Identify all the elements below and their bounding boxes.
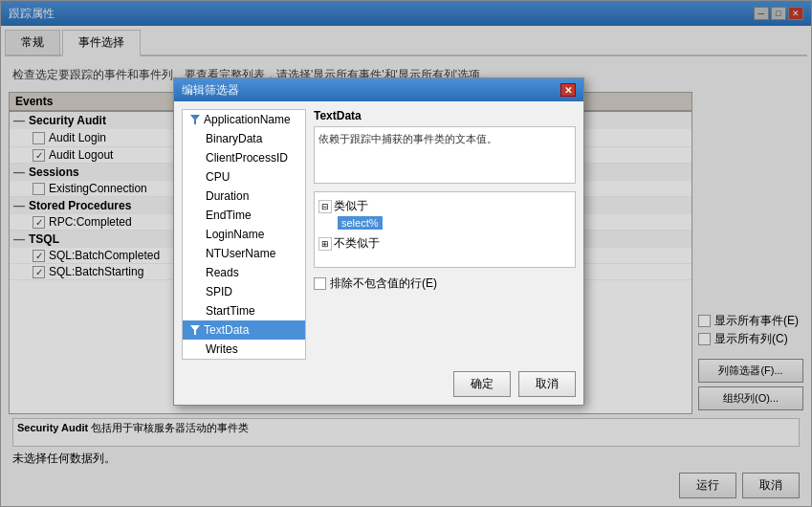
main-window: 跟踪属性 ─ □ ✕ 常规 事件选择 检查选定要跟踪的事件和事件列。要查看完整列…: [0, 0, 812, 507]
tree-similar-value-row: select%: [318, 216, 571, 230]
filter-item-text-data[interactable]: TextData: [183, 320, 305, 340]
filter-item-cpu[interactable]: CPU: [183, 167, 305, 187]
filter-item-reads[interactable]: Reads: [183, 263, 305, 282]
filter-tree: ⊟ 类似于 select% ⊞ 不类似于: [314, 191, 576, 268]
tree-not-similar-row: ⊞ 不类似于: [318, 233, 571, 254]
modal-overlay: 编辑筛选器 ✕ ApplicationName BinaryData: [1, 1, 811, 506]
field-label: TextData: [314, 109, 576, 122]
modal-body: ApplicationName BinaryData ClientProcess…: [174, 101, 583, 367]
filter-item-duration[interactable]: Duration: [183, 187, 305, 206]
modal-footer: 确定 取消: [174, 367, 583, 405]
field-description: 依赖于跟踪中捕获的事件类的文本值。: [314, 126, 576, 184]
filter-item-writes[interactable]: Writes: [183, 340, 305, 359]
filter-editor-modal: 编辑筛选器 ✕ ApplicationName BinaryData: [173, 77, 584, 406]
modal-close-button[interactable]: ✕: [560, 83, 576, 97]
tree-similar-expander[interactable]: ⊟: [318, 200, 332, 213]
filter-list: ApplicationName BinaryData ClientProcess…: [182, 109, 306, 360]
tree-similar-value[interactable]: select%: [338, 216, 383, 230]
modal-title-bar: 编辑筛选器 ✕: [174, 78, 583, 101]
exclude-null-checkbox[interactable]: [314, 277, 326, 290]
tree-similar-row: ⊟ 类似于: [318, 196, 571, 216]
modal-cancel-button[interactable]: 取消: [518, 371, 576, 397]
filter-item-nt-username[interactable]: NTUserName: [183, 244, 305, 263]
filter-detail-panel: TextData 依赖于跟踪中捕获的事件类的文本值。 ⊟ 类似于 select%…: [314, 109, 576, 360]
tree-not-similar-expander[interactable]: ⊞: [318, 237, 332, 251]
filter-item-start-time[interactable]: StartTime: [183, 301, 305, 320]
modal-title: 编辑筛选器: [182, 82, 239, 99]
funnel-icon: [190, 115, 200, 124]
modal-ok-button[interactable]: 确定: [453, 371, 511, 397]
filter-item-application-name[interactable]: ApplicationName: [183, 110, 305, 129]
exclude-null-row: 排除不包含值的行(E): [314, 276, 576, 292]
filter-item-binary-data[interactable]: BinaryData: [183, 129, 305, 148]
funnel-icon-textdata: [190, 325, 200, 335]
filter-item-end-time[interactable]: EndTime: [183, 206, 305, 225]
filter-item-client-process-id[interactable]: ClientProcessID: [183, 148, 305, 167]
filter-item-spid[interactable]: SPID: [183, 282, 305, 301]
filter-item-login-name[interactable]: LoginName: [183, 225, 305, 244]
